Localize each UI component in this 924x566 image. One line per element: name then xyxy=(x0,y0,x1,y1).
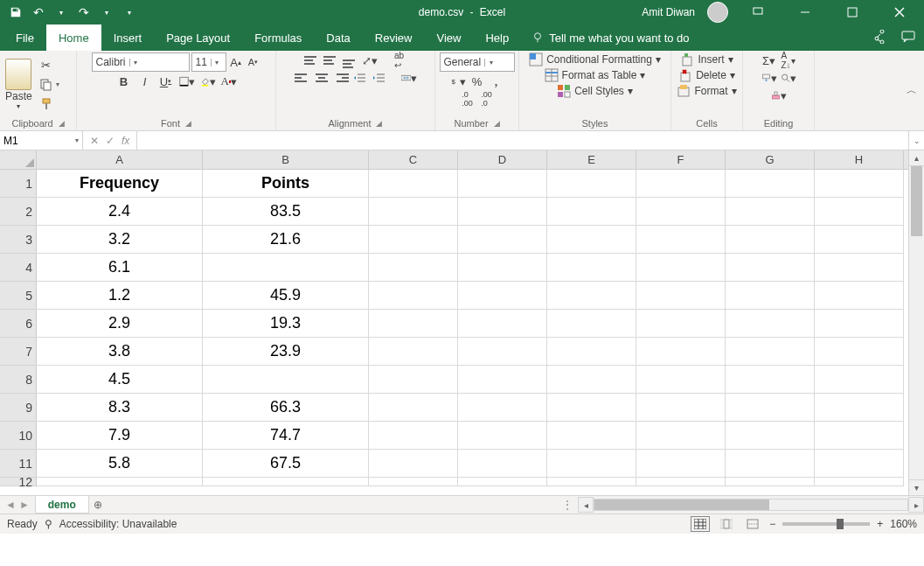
cell-A8[interactable]: 4.5 xyxy=(37,366,203,394)
cell-D3[interactable] xyxy=(458,226,547,254)
cell-F2[interactable] xyxy=(636,198,726,226)
cell-D5[interactable] xyxy=(458,282,547,310)
cell-B3[interactable]: 21.6 xyxy=(203,226,369,254)
cell-G6[interactable] xyxy=(726,310,815,338)
cell-E2[interactable] xyxy=(547,198,636,226)
cell-H5[interactable] xyxy=(815,282,904,310)
wrap-text-button[interactable]: ab↩ xyxy=(392,52,407,68)
row-header-3[interactable]: 3 xyxy=(0,226,37,254)
cell-E12[interactable] xyxy=(547,478,636,486)
cancel-icon[interactable]: ✕ xyxy=(90,135,99,147)
cell-C7[interactable] xyxy=(369,338,458,366)
fx-icon[interactable]: fx xyxy=(122,135,129,147)
decrease-font-button[interactable]: A▾ xyxy=(246,54,261,70)
cell-F5[interactable] xyxy=(636,282,726,310)
align-top-button[interactable] xyxy=(304,52,320,68)
dec-decimal-button[interactable]: .00.0 xyxy=(479,91,495,107)
cell-H9[interactable] xyxy=(815,394,904,422)
col-header-B[interactable]: B xyxy=(203,150,369,169)
font-launcher[interactable]: ◢ xyxy=(185,119,191,128)
cell-D2[interactable] xyxy=(458,198,547,226)
redo-icon[interactable]: ↷ xyxy=(77,5,91,19)
save-icon[interactable] xyxy=(9,5,23,19)
cut-button[interactable]: ✂ xyxy=(36,57,62,74)
cell-F4[interactable] xyxy=(636,254,726,282)
percent-button[interactable]: % xyxy=(469,73,485,89)
view-page-break-button[interactable] xyxy=(743,516,762,532)
accounting-button[interactable]: $▾ xyxy=(450,73,466,89)
cell-G7[interactable] xyxy=(726,338,815,366)
cell-A5[interactable]: 1.2 xyxy=(37,282,203,310)
cell-G8[interactable] xyxy=(726,366,815,394)
autosum-button[interactable]: Σ▾ xyxy=(761,52,777,68)
fill-color-button[interactable]: ▾ xyxy=(200,73,216,89)
minimize-button[interactable] xyxy=(788,0,823,24)
orientation-button[interactable]: ⤢▾ xyxy=(362,52,378,68)
cell-B2[interactable]: 83.5 xyxy=(203,198,369,226)
col-header-E[interactable]: E xyxy=(547,150,636,169)
cell-A12[interactable] xyxy=(37,478,203,486)
cell-H4[interactable] xyxy=(815,254,904,282)
cell-A6[interactable]: 2.9 xyxy=(37,310,203,338)
cell-B9[interactable]: 66.3 xyxy=(203,394,369,422)
cell-C6[interactable] xyxy=(369,310,458,338)
formula-bar[interactable] xyxy=(137,131,908,150)
tab-formulas[interactable]: Formulas xyxy=(242,24,314,51)
cell-B8[interactable] xyxy=(203,366,369,394)
format-button[interactable]: Format▾ xyxy=(677,84,736,98)
enter-icon[interactable]: ✓ xyxy=(106,135,115,147)
row-header-10[interactable]: 10 xyxy=(0,422,37,450)
col-header-D[interactable]: D xyxy=(458,150,547,169)
fill-button[interactable]: ▾ xyxy=(761,70,777,86)
tab-file[interactable]: File xyxy=(3,24,46,51)
number-launcher[interactable]: ◢ xyxy=(494,119,500,128)
zoom-slider[interactable] xyxy=(782,522,870,526)
inc-indent-button[interactable] xyxy=(372,70,387,86)
row-header-7[interactable]: 7 xyxy=(0,338,37,366)
align-right-button[interactable] xyxy=(333,70,349,86)
comma-button[interactable]: , xyxy=(489,73,504,89)
view-page-layout-button[interactable] xyxy=(717,516,736,532)
paste-button[interactable]: Paste ▾ xyxy=(3,59,34,110)
underline-button[interactable]: U▾ xyxy=(158,73,174,89)
cell-E5[interactable] xyxy=(547,282,636,310)
border-button[interactable]: ▾ xyxy=(179,73,195,89)
cell-H12[interactable] xyxy=(815,478,904,486)
cell-F6[interactable] xyxy=(636,310,726,338)
font-color-button[interactable]: A▾ xyxy=(221,73,237,89)
tab-home[interactable]: Home xyxy=(46,24,101,51)
find-button[interactable]: ▾ xyxy=(781,70,796,86)
close-button[interactable] xyxy=(882,0,917,24)
cell-C9[interactable] xyxy=(369,394,458,422)
hscroll-right-icon[interactable]: ▸ xyxy=(908,497,924,513)
select-all-corner[interactable] xyxy=(0,150,37,169)
cell-B11[interactable]: 67.5 xyxy=(203,450,369,478)
cell-G10[interactable] xyxy=(726,422,815,450)
row-header-6[interactable]: 6 xyxy=(0,310,37,338)
row-header-9[interactable]: 9 xyxy=(0,394,37,422)
cell-E1[interactable] xyxy=(547,170,636,198)
zoom-in-button[interactable]: + xyxy=(877,518,883,530)
cell-B10[interactable]: 74.7 xyxy=(203,422,369,450)
cell-C4[interactable] xyxy=(369,254,458,282)
cell-A11[interactable]: 5.8 xyxy=(37,450,203,478)
cell-F12[interactable] xyxy=(636,478,726,486)
redo-dd-icon[interactable]: ▾ xyxy=(100,5,114,19)
cell-B5[interactable]: 45.9 xyxy=(203,282,369,310)
cell-D12[interactable] xyxy=(458,478,547,486)
cell-A3[interactable]: 3.2 xyxy=(37,226,203,254)
cell-styles-button[interactable]: Cell Styles▾ xyxy=(557,84,633,98)
scroll-up-icon[interactable]: ▴ xyxy=(909,150,924,166)
col-header-C[interactable]: C xyxy=(369,150,458,169)
zoom-level[interactable]: 160% xyxy=(890,518,917,530)
align-left-button[interactable] xyxy=(295,70,310,86)
cell-G11[interactable] xyxy=(726,450,815,478)
row-header-11[interactable]: 11 xyxy=(0,450,37,478)
user-avatar[interactable] xyxy=(707,2,728,23)
expand-formula-icon[interactable]: ⌄ xyxy=(908,131,924,150)
cell-G5[interactable] xyxy=(726,282,815,310)
number-format-combo[interactable]: General▾ xyxy=(440,52,515,72)
new-sheet-button[interactable]: ⊕ xyxy=(89,496,107,514)
cell-H7[interactable] xyxy=(815,338,904,366)
cell-D8[interactable] xyxy=(458,366,547,394)
